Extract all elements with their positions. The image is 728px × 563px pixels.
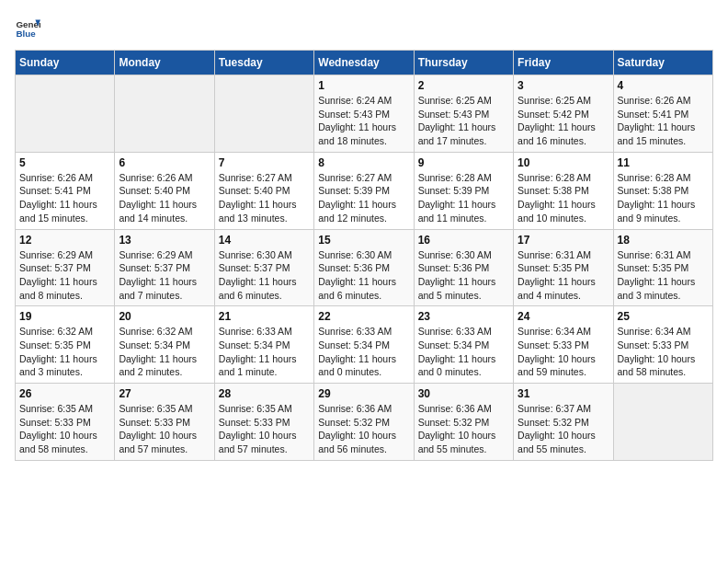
calendar-cell: 21Sunrise: 6:33 AMSunset: 5:34 PMDayligh… xyxy=(214,306,313,384)
day-info: Sunrise: 6:29 AMSunset: 5:37 PMDaylight:… xyxy=(19,248,110,303)
calendar-week-row: 26Sunrise: 6:35 AMSunset: 5:33 PMDayligh… xyxy=(16,384,713,461)
day-info: Sunrise: 6:26 AMSunset: 5:40 PMDaylight:… xyxy=(119,171,210,225)
calendar-cell: 20Sunrise: 6:32 AMSunset: 5:34 PMDayligh… xyxy=(115,306,214,384)
day-number: 27 xyxy=(119,387,210,400)
day-number: 7 xyxy=(219,156,310,169)
calendar-cell xyxy=(115,75,214,153)
calendar-cell: 16Sunrise: 6:30 AMSunset: 5:36 PMDayligh… xyxy=(414,229,513,306)
calendar-cell: 4Sunrise: 6:26 AMSunset: 5:41 PMDaylight… xyxy=(613,75,712,153)
day-number: 15 xyxy=(318,234,409,247)
day-number: 4 xyxy=(618,79,709,92)
day-info: Sunrise: 6:35 AMSunset: 5:33 PMDaylight:… xyxy=(219,402,310,456)
calendar-week-row: 12Sunrise: 6:29 AMSunset: 5:37 PMDayligh… xyxy=(16,229,713,306)
day-info: Sunrise: 6:34 AMSunset: 5:33 PMDaylight:… xyxy=(518,325,609,379)
day-info: Sunrise: 6:35 AMSunset: 5:33 PMDaylight:… xyxy=(119,402,210,456)
day-info: Sunrise: 6:24 AMSunset: 5:43 PMDaylight:… xyxy=(318,94,409,148)
day-number: 13 xyxy=(119,234,210,247)
calendar-cell: 10Sunrise: 6:28 AMSunset: 5:38 PMDayligh… xyxy=(514,152,613,229)
calendar-week-row: 1Sunrise: 6:24 AMSunset: 5:43 PMDaylight… xyxy=(16,75,713,153)
calendar-week-row: 19Sunrise: 6:32 AMSunset: 5:35 PMDayligh… xyxy=(16,306,713,384)
day-number: 9 xyxy=(418,156,509,169)
day-number: 18 xyxy=(618,234,709,247)
calendar-cell: 6Sunrise: 6:26 AMSunset: 5:40 PMDaylight… xyxy=(115,152,214,229)
day-info: Sunrise: 6:30 AMSunset: 5:36 PMDaylight:… xyxy=(418,248,509,303)
weekday-header: Friday xyxy=(514,51,613,75)
day-number: 19 xyxy=(19,310,110,323)
day-number: 25 xyxy=(618,310,709,323)
calendar-cell: 5Sunrise: 6:26 AMSunset: 5:41 PMDaylight… xyxy=(16,152,115,229)
calendar-week-row: 5Sunrise: 6:26 AMSunset: 5:41 PMDaylight… xyxy=(16,152,713,229)
day-info: Sunrise: 6:35 AMSunset: 5:33 PMDaylight:… xyxy=(19,402,110,456)
weekday-header: Saturday xyxy=(613,51,712,75)
calendar-cell: 22Sunrise: 6:33 AMSunset: 5:34 PMDayligh… xyxy=(314,306,414,384)
calendar-cell: 30Sunrise: 6:36 AMSunset: 5:32 PMDayligh… xyxy=(414,384,513,461)
svg-text:Blue: Blue xyxy=(16,29,36,39)
day-info: Sunrise: 6:33 AMSunset: 5:34 PMDaylight:… xyxy=(418,325,509,379)
day-number: 16 xyxy=(418,234,509,247)
day-info: Sunrise: 6:36 AMSunset: 5:32 PMDaylight:… xyxy=(318,402,409,456)
calendar-cell: 1Sunrise: 6:24 AMSunset: 5:43 PMDaylight… xyxy=(314,75,414,153)
day-info: Sunrise: 6:25 AMSunset: 5:43 PMDaylight:… xyxy=(418,94,509,148)
day-number: 14 xyxy=(219,234,310,247)
day-number: 10 xyxy=(518,156,609,169)
logo: General Blue xyxy=(15,15,44,40)
calendar-cell: 27Sunrise: 6:35 AMSunset: 5:33 PMDayligh… xyxy=(115,384,214,461)
day-info: Sunrise: 6:33 AMSunset: 5:34 PMDaylight:… xyxy=(318,325,409,379)
day-info: Sunrise: 6:34 AMSunset: 5:33 PMDaylight:… xyxy=(618,325,709,379)
day-number: 30 xyxy=(418,387,509,400)
calendar-cell: 19Sunrise: 6:32 AMSunset: 5:35 PMDayligh… xyxy=(16,306,115,384)
calendar-cell: 13Sunrise: 6:29 AMSunset: 5:37 PMDayligh… xyxy=(115,229,214,306)
day-info: Sunrise: 6:29 AMSunset: 5:37 PMDaylight:… xyxy=(119,248,210,303)
day-number: 28 xyxy=(219,387,310,400)
day-info: Sunrise: 6:28 AMSunset: 5:38 PMDaylight:… xyxy=(518,171,609,225)
day-number: 1 xyxy=(318,79,409,92)
weekday-header: Tuesday xyxy=(214,51,313,75)
calendar-cell: 12Sunrise: 6:29 AMSunset: 5:37 PMDayligh… xyxy=(16,229,115,306)
day-number: 3 xyxy=(518,79,609,92)
logo-icon: General Blue xyxy=(15,15,40,40)
calendar-cell xyxy=(16,75,115,153)
day-number: 23 xyxy=(418,310,509,323)
calendar-header-row: SundayMondayTuesdayWednesdayThursdayFrid… xyxy=(16,51,713,75)
day-info: Sunrise: 6:27 AMSunset: 5:40 PMDaylight:… xyxy=(219,171,310,225)
day-info: Sunrise: 6:27 AMSunset: 5:39 PMDaylight:… xyxy=(318,171,409,225)
calendar-cell: 8Sunrise: 6:27 AMSunset: 5:39 PMDaylight… xyxy=(314,152,414,229)
page-header: General Blue xyxy=(15,15,713,40)
day-number: 20 xyxy=(119,310,210,323)
day-info: Sunrise: 6:36 AMSunset: 5:32 PMDaylight:… xyxy=(418,402,509,456)
day-info: Sunrise: 6:31 AMSunset: 5:35 PMDaylight:… xyxy=(518,248,609,303)
weekday-header: Thursday xyxy=(414,51,513,75)
calendar-cell xyxy=(613,384,712,461)
day-number: 21 xyxy=(219,310,310,323)
day-number: 24 xyxy=(518,310,609,323)
day-info: Sunrise: 6:33 AMSunset: 5:34 PMDaylight:… xyxy=(219,325,310,379)
calendar-cell: 23Sunrise: 6:33 AMSunset: 5:34 PMDayligh… xyxy=(414,306,513,384)
day-number: 6 xyxy=(119,156,210,169)
calendar-table: SundayMondayTuesdayWednesdayThursdayFrid… xyxy=(15,50,713,461)
calendar-cell: 15Sunrise: 6:30 AMSunset: 5:36 PMDayligh… xyxy=(314,229,414,306)
calendar-cell: 17Sunrise: 6:31 AMSunset: 5:35 PMDayligh… xyxy=(514,229,613,306)
day-info: Sunrise: 6:31 AMSunset: 5:35 PMDaylight:… xyxy=(618,248,709,303)
calendar-cell xyxy=(214,75,313,153)
day-info: Sunrise: 6:37 AMSunset: 5:32 PMDaylight:… xyxy=(518,402,609,456)
day-info: Sunrise: 6:32 AMSunset: 5:35 PMDaylight:… xyxy=(19,325,110,379)
calendar-cell: 29Sunrise: 6:36 AMSunset: 5:32 PMDayligh… xyxy=(314,384,414,461)
day-info: Sunrise: 6:32 AMSunset: 5:34 PMDaylight:… xyxy=(119,325,210,379)
day-number: 17 xyxy=(518,234,609,247)
day-number: 31 xyxy=(518,387,609,400)
calendar-cell: 7Sunrise: 6:27 AMSunset: 5:40 PMDaylight… xyxy=(214,152,313,229)
day-number: 29 xyxy=(318,387,409,400)
day-info: Sunrise: 6:25 AMSunset: 5:42 PMDaylight:… xyxy=(518,94,609,148)
weekday-header: Monday xyxy=(115,51,214,75)
day-number: 8 xyxy=(318,156,409,169)
calendar-cell: 9Sunrise: 6:28 AMSunset: 5:39 PMDaylight… xyxy=(414,152,513,229)
calendar-cell: 26Sunrise: 6:35 AMSunset: 5:33 PMDayligh… xyxy=(16,384,115,461)
day-info: Sunrise: 6:26 AMSunset: 5:41 PMDaylight:… xyxy=(19,171,110,225)
day-info: Sunrise: 6:28 AMSunset: 5:39 PMDaylight:… xyxy=(418,171,509,225)
calendar-cell: 25Sunrise: 6:34 AMSunset: 5:33 PMDayligh… xyxy=(613,306,712,384)
weekday-header: Wednesday xyxy=(314,51,414,75)
day-number: 5 xyxy=(19,156,110,169)
day-number: 26 xyxy=(19,387,110,400)
calendar-cell: 18Sunrise: 6:31 AMSunset: 5:35 PMDayligh… xyxy=(613,229,712,306)
day-number: 11 xyxy=(618,156,709,169)
